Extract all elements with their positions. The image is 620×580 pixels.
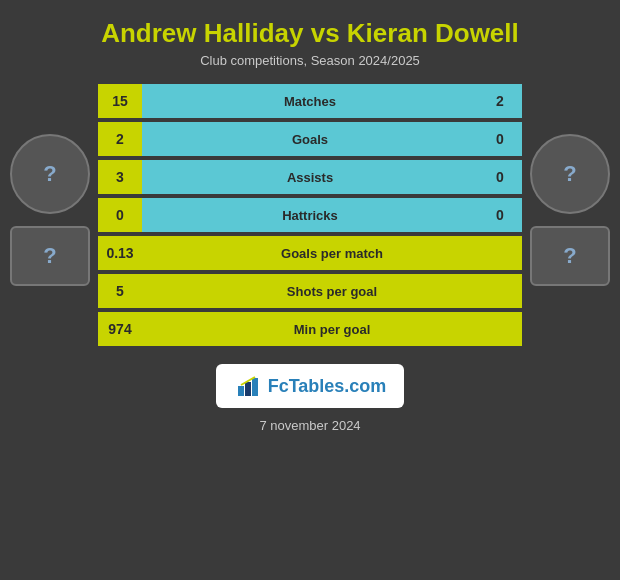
page-subtitle: Club competitions, Season 2024/2025	[200, 53, 420, 68]
left-player-photo-top: ?	[10, 134, 90, 214]
stat-bar-gold-4: Goals per match	[142, 236, 522, 270]
stat-row: 0.13Goals per match	[98, 236, 522, 270]
stat-right-val-0: 2	[478, 84, 522, 118]
stat-left-val-3: 0	[98, 198, 142, 232]
stat-right-val-3: 0	[478, 198, 522, 232]
stat-row: 5Shots per goal	[98, 274, 522, 308]
stat-row: 2Goals0	[98, 122, 522, 156]
right-player-photo-bottom: ?	[530, 226, 610, 286]
right-player-photo-top: ?	[530, 134, 610, 214]
page-container: Andrew Halliday vs Kieran Dowell Club co…	[0, 0, 620, 580]
stat-bar-0: Matches	[142, 84, 478, 118]
stat-left-val-5: 5	[98, 274, 142, 308]
stat-label-5: Shots per goal	[287, 284, 377, 299]
stats-center: 15Matches22Goals03Assists00Hattricks00.1…	[90, 84, 530, 346]
stat-bar-2: Assists	[142, 160, 478, 194]
svg-rect-2	[245, 382, 251, 396]
stat-label-1: Goals	[292, 132, 328, 147]
stat-left-val-0: 15	[98, 84, 142, 118]
logo-text: FcTables.com	[268, 376, 387, 397]
stat-left-val-4: 0.13	[98, 236, 142, 270]
left-player-photos: ? ?	[10, 134, 90, 296]
stat-right-val-1: 0	[478, 122, 522, 156]
stat-bar-3: Hattricks	[142, 198, 478, 232]
stat-label-4: Goals per match	[281, 246, 383, 261]
right-photo-top-placeholder: ?	[563, 161, 576, 187]
fctables-icon	[234, 372, 262, 400]
stat-left-val-2: 3	[98, 160, 142, 194]
stats-area: ? ? 15Matches22Goals03Assists00Hattricks…	[0, 84, 620, 346]
stat-row: 3Assists0	[98, 160, 522, 194]
stat-bar-gold-5: Shots per goal	[142, 274, 522, 308]
svg-rect-3	[252, 378, 258, 396]
left-photo-bottom-placeholder: ?	[43, 243, 56, 269]
stat-row: 974Min per goal	[98, 312, 522, 346]
stat-left-val-6: 974	[98, 312, 142, 346]
svg-rect-1	[238, 386, 244, 396]
logo-label: FcTables.com	[268, 376, 387, 396]
right-player-photos: ? ?	[530, 134, 610, 296]
left-photo-top-placeholder: ?	[43, 161, 56, 187]
date-text: 7 november 2024	[259, 418, 360, 433]
stat-bar-1: Goals	[142, 122, 478, 156]
stat-label-3: Hattricks	[282, 208, 338, 223]
page-title: Andrew Halliday vs Kieran Dowell	[101, 18, 519, 49]
stat-row: 0Hattricks0	[98, 198, 522, 232]
logo-area: FcTables.com	[216, 364, 405, 408]
right-photo-bottom-placeholder: ?	[563, 243, 576, 269]
stat-right-val-2: 0	[478, 160, 522, 194]
left-player-photo-bottom: ?	[10, 226, 90, 286]
stat-label-2: Assists	[287, 170, 333, 185]
stat-left-val-1: 2	[98, 122, 142, 156]
stat-label-6: Min per goal	[294, 322, 371, 337]
stat-label-0: Matches	[284, 94, 336, 109]
stat-row: 15Matches2	[98, 84, 522, 118]
stat-bar-gold-6: Min per goal	[142, 312, 522, 346]
